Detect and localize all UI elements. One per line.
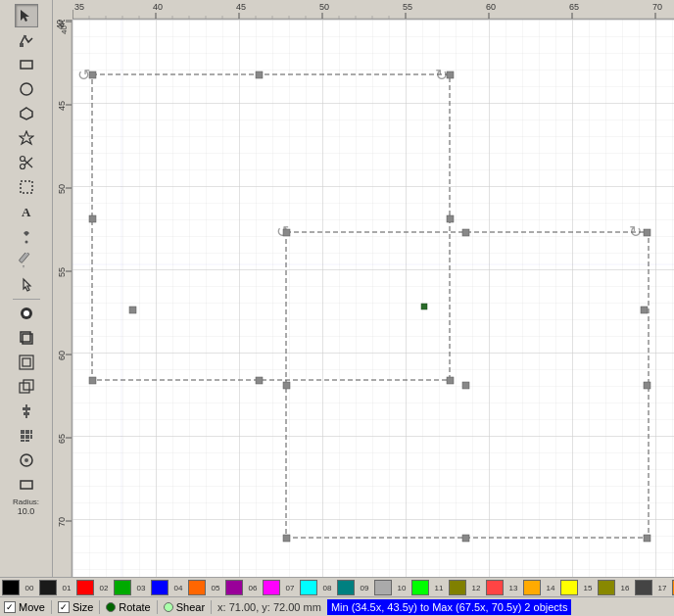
svg-rect-22: [24, 380, 33, 390]
pencil-tool[interactable]: [15, 249, 38, 272]
canvas-area[interactable]: 35 40 45 50 55 60 65 70: [53, 0, 674, 577]
palette-color-03[interactable]: [114, 580, 131, 595]
palette-bar: 0001020304050607080910111213141516171819…: [0, 577, 674, 596]
canvas-svg[interactable]: ↺ ↻ ↺: [72, 20, 674, 577]
svg-rect-105: [129, 307, 136, 313]
palette-color-17[interactable]: [635, 580, 652, 595]
svg-text:60: 60: [486, 2, 496, 12]
eraser-tool[interactable]: [15, 473, 38, 497]
palette-color-08[interactable]: [300, 580, 317, 595]
svg-rect-25: [24, 412, 29, 415]
palette-color-07[interactable]: [263, 580, 280, 595]
palette-label-13: 13: [505, 584, 522, 592]
coords: x: 71.00, y: 72.00 mm: [217, 601, 321, 613]
layer-tool[interactable]: [15, 326, 38, 350]
rotate-dot[interactable]: [106, 602, 116, 612]
cursor-pointer-tool[interactable]: [15, 273, 38, 297]
polygon-tool[interactable]: [15, 102, 38, 125]
svg-rect-113: [283, 535, 290, 542]
palette-color-14[interactable]: [523, 580, 541, 595]
fill-tool[interactable]: [15, 302, 38, 325]
palette-color-02[interactable]: [76, 580, 94, 595]
scissors-tool[interactable]: [15, 151, 38, 174]
spray-tool[interactable]: [15, 449, 38, 472]
status-bar: ✓ Move ✓ Size Rotate Shear x: 71.00, y: …: [0, 596, 674, 616]
svg-rect-24: [23, 407, 30, 410]
svg-rect-28: [30, 430, 32, 434]
palette-label-11: 11: [430, 584, 448, 592]
svg-rect-36: [21, 481, 32, 489]
star-tool[interactable]: [15, 126, 38, 150]
node-tool[interactable]: [15, 28, 38, 52]
svg-text:A: A: [22, 205, 31, 219]
palette-color-12[interactable]: [449, 580, 466, 595]
palette-color-05[interactable]: [188, 580, 206, 595]
palette-color-10[interactable]: [374, 580, 392, 595]
pin-tool[interactable]: [15, 224, 38, 248]
shear-dot[interactable]: [164, 602, 173, 612]
group-inner-tool[interactable]: [15, 351, 38, 374]
toolbar: A: [0, 0, 53, 577]
palette-label-17: 17: [653, 584, 671, 592]
svg-marker-5: [20, 131, 33, 144]
palette-label-02: 02: [95, 584, 113, 592]
circle-tool[interactable]: [15, 77, 38, 101]
svg-rect-101: [447, 377, 454, 384]
grid-canvas[interactable]: ↺ ↻ ↺: [72, 20, 674, 577]
size-label: Size: [72, 601, 93, 613]
svg-rect-107: [283, 229, 290, 236]
svg-text:55: 55: [57, 267, 67, 277]
radius-label: Radius:: [13, 498, 39, 506]
palette-label-00: 00: [21, 584, 38, 592]
text-tool[interactable]: A: [15, 200, 38, 223]
palette-label-06: 06: [244, 584, 262, 592]
palette-label-16: 16: [616, 584, 634, 592]
svg-text:70: 70: [652, 2, 662, 12]
svg-rect-31: [30, 435, 32, 439]
move-status: ✓ Move: [4, 601, 45, 613]
align-tool[interactable]: [15, 400, 38, 423]
size-checkbox[interactable]: ✓: [58, 601, 70, 613]
svg-text:55: 55: [403, 2, 412, 12]
palette-label-08: 08: [318, 584, 336, 592]
svg-rect-115: [644, 535, 650, 542]
palette-color-09[interactable]: [337, 580, 355, 595]
divider1: [51, 600, 52, 614]
svg-point-6: [20, 157, 24, 162]
center-point: [421, 304, 427, 309]
size-status: ✓ Size: [58, 601, 93, 613]
svg-rect-29: [21, 435, 24, 439]
ruler-left: 40 40 40 45 50 55 60 65 70: [53, 20, 72, 577]
grid-view-tool[interactable]: [15, 424, 38, 448]
rect-tool[interactable]: [15, 53, 38, 76]
palette-color-06[interactable]: [225, 580, 243, 595]
svg-rect-10: [21, 181, 32, 193]
move-label: Move: [19, 601, 45, 613]
clone-tool[interactable]: [15, 375, 38, 399]
svg-rect-26: [21, 430, 24, 434]
toolbar-top: A: [13, 2, 40, 300]
palette-color-15[interactable]: [560, 580, 578, 595]
svg-rect-100: [256, 377, 263, 384]
palette-color-13[interactable]: [486, 580, 504, 595]
move-checkbox[interactable]: ✓: [4, 601, 16, 613]
divider4: [211, 600, 212, 614]
svg-rect-111: [462, 382, 469, 389]
transform-tool[interactable]: [15, 175, 38, 199]
svg-rect-1: [24, 35, 26, 38]
palette-label-03: 03: [132, 584, 150, 592]
palette-color-00[interactable]: [2, 580, 20, 595]
palette-label-01: 01: [58, 584, 75, 592]
svg-rect-19: [20, 355, 33, 369]
svg-rect-13: [19, 253, 29, 263]
svg-text:65: 65: [569, 2, 579, 12]
select-tool[interactable]: [15, 4, 38, 27]
palette-color-04[interactable]: [151, 580, 168, 595]
svg-rect-94: [89, 71, 96, 78]
palette-color-01[interactable]: [39, 580, 57, 595]
palette-color-16[interactable]: [598, 580, 615, 595]
palette-color-11[interactable]: [411, 580, 429, 595]
scroll-topleft[interactable]: [53, 0, 72, 20]
divider2: [99, 600, 100, 614]
selection-info: Min (34.5x, 43.5y) to Max (67.5x, 70.5y)…: [327, 599, 572, 615]
